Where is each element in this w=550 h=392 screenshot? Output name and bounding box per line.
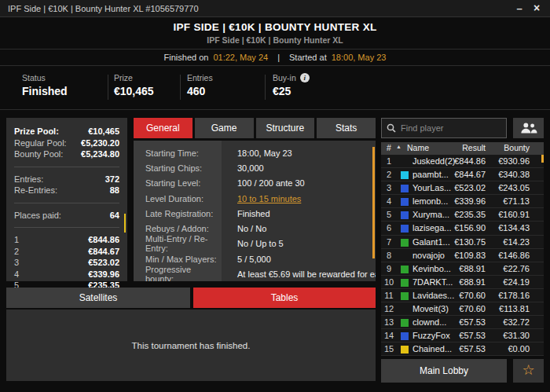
column-result[interactable]: Result: [462, 143, 486, 152]
player-row[interactable]: 13 clownd... €57.53 €32.72: [381, 316, 544, 329]
player-row[interactable]: 4 lemonb... €339.96 €71.13: [381, 195, 544, 208]
player-rank: 10: [381, 277, 397, 287]
entries-value: 372: [105, 174, 119, 185]
player-row[interactable]: 8 novajojo €109.83 €146.86: [381, 249, 544, 262]
finished-message: This tournament has finished.: [6, 341, 376, 350]
detail-scrollbar[interactable]: [372, 147, 375, 258]
player-rank: 7: [381, 237, 397, 247]
player-row[interactable]: 14 FuzzyFox €57.53 €31.30: [381, 329, 544, 343]
entries-row: Entries: 372: [14, 174, 119, 185]
column-rank[interactable]: #: [387, 143, 391, 152]
player-rank: 9: [381, 264, 397, 273]
player-bounty: €22.76: [503, 264, 530, 273]
sort-asc-icon: ▲: [396, 144, 402, 149]
player-row[interactable]: 5 Xuryma... €235.35 €160.91: [381, 208, 544, 222]
player-color-icon: [401, 211, 409, 219]
pool-value: €10,465: [88, 126, 119, 137]
detail-value: 5 / 5,000: [222, 255, 271, 264]
player-row[interactable]: 10 7DARKT... €88.91 €24.19: [381, 276, 544, 289]
payout-scrollbar[interactable]: [124, 214, 126, 233]
player-result: €130.75: [454, 237, 486, 247]
entries-label: Re-Entries:: [14, 185, 57, 196]
player-bounty: €160.91: [498, 210, 530, 219]
close-button[interactable]: ×: [528, 0, 545, 17]
player-color-icon: [401, 279, 409, 287]
players-scrollbar[interactable]: [541, 155, 544, 163]
info-tab[interactable]: General: [134, 118, 192, 138]
divider: [14, 203, 119, 203]
minimize-button[interactable]: –: [511, 0, 528, 17]
player-row[interactable]: 7 Galant1... €130.75 €14.23: [381, 236, 544, 249]
title-bar: IPF Side | €10K | Bounty Hunter XL #1056…: [0, 0, 550, 17]
tables-panel: This tournament has finished.: [6, 310, 376, 381]
player-result: €88.91: [459, 277, 486, 287]
player-result: €339.96: [454, 196, 486, 206]
player-result: €235.35: [454, 210, 486, 219]
player-rank: 6: [381, 223, 397, 233]
column-bounty[interactable]: Bounty: [504, 143, 530, 152]
player-row[interactable]: 3 YourLas... €523.02 €243.05: [381, 181, 544, 195]
player-bounty: €31.30: [503, 331, 530, 340]
info-tab[interactable]: Structure: [256, 118, 315, 138]
payout-row: 2 €844.67: [14, 246, 119, 258]
payout-rank: 4: [14, 269, 19, 280]
player-result: €57.53: [459, 331, 486, 340]
detail-row: Progressive bounty: At least €5.69 will …: [134, 266, 376, 281]
player-rank: 14: [381, 331, 397, 340]
payout-amount: €339.96: [88, 269, 119, 280]
detail-row: Level Duration: 10 to 15 minutes: [134, 191, 376, 206]
player-rank: 4: [381, 196, 397, 206]
player-rank: 15: [381, 344, 397, 354]
player-result: €88.91: [459, 264, 486, 273]
stat-status: Status Finished: [22, 73, 68, 97]
payout-row: 1 €844.86: [14, 234, 119, 246]
detail-value: 30,000: [222, 163, 264, 173]
player-row[interactable]: 11 Lavidaes... €70.60 €178.16: [381, 289, 544, 302]
tab-satellites[interactable]: Satellites: [6, 288, 190, 308]
stat-divider: [180, 75, 181, 100]
general-info-panel: Starting Time: 18:00, May 23 Starting Ch…: [134, 141, 376, 281]
player-row[interactable]: 2 paambt... €844.67 €340.38: [381, 168, 544, 181]
player-row[interactable]: 6 lazisega... €156.90 €134.43: [381, 222, 544, 235]
payout-amount: €523.02: [88, 257, 119, 269]
player-search-box[interactable]: [381, 118, 507, 138]
player-color-icon: [401, 292, 409, 300]
tab-tables[interactable]: Tables: [193, 288, 376, 308]
payout-rank: 3: [14, 257, 19, 269]
player-rank: 3: [381, 183, 397, 192]
player-result: €57.53: [459, 344, 486, 354]
info-icon[interactable]: i: [300, 73, 310, 82]
places-paid-row: Places paid: 64: [14, 210, 119, 222]
detail-label: Multi-Entry / Re-Entry:: [134, 234, 222, 253]
player-search-input[interactable]: [401, 123, 491, 133]
prize-pool-panel: Prize Pool: €10,465 Regular Pool: €5,230…: [6, 118, 127, 281]
info-tab[interactable]: Stats: [317, 118, 376, 138]
stat-prize-label: Prize: [114, 73, 154, 82]
player-row[interactable]: 15 Chained... €57.53 €0.00: [381, 343, 544, 356]
main-lobby-button[interactable]: Main Lobby: [381, 359, 507, 383]
player-bounty: €0.00: [508, 344, 530, 354]
entries-value: 88: [110, 185, 119, 196]
detail-row: Starting Level: 100 / 200 ante 30: [134, 176, 376, 191]
started-time: 18:00, May 23: [332, 53, 387, 62]
detail-row: Starting Chips: 30,000: [134, 160, 376, 175]
player-row[interactable]: 12 Moveit(3) €70.60 €113.81: [381, 302, 544, 316]
player-bounty: €71.13: [503, 196, 530, 206]
player-row[interactable]: 9 Kevinbo... €88.91 €22.76: [381, 262, 544, 276]
places-paid-value: 64: [110, 210, 119, 222]
stat-buyin-label-text: Buy-in: [273, 73, 296, 82]
finished-label: Finished on: [164, 53, 209, 62]
stat-entries: Entries 460: [187, 73, 213, 97]
stat-buyin: Buy-in i €25: [273, 73, 310, 97]
player-color-icon: [401, 332, 409, 340]
people-icon: [520, 123, 537, 134]
favorite-star-icon[interactable]: ☆: [513, 359, 544, 383]
player-result: €156.90: [454, 223, 486, 233]
player-row[interactable]: 1 Juskedd(2) €844.86 €930.96: [381, 155, 544, 168]
player-bounty: €340.38: [498, 170, 530, 179]
info-tab[interactable]: Game: [195, 118, 254, 138]
players-table-header[interactable]: # ▲ Name Result Bounty: [381, 142, 544, 155]
players-list-button[interactable]: [513, 118, 544, 138]
payout-rank: 1: [14, 234, 19, 246]
column-name[interactable]: Name: [407, 143, 429, 152]
